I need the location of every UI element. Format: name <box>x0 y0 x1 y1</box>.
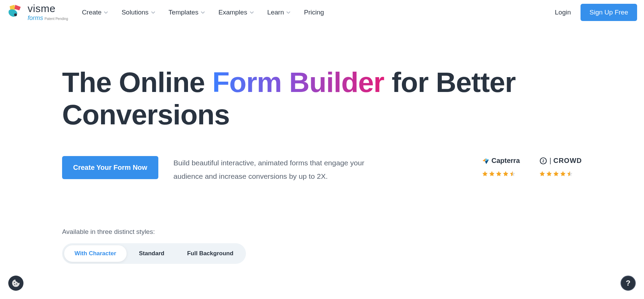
style-tab-with-character[interactable]: With Character <box>64 245 127 262</box>
hero-title-gradient: Form Builder <box>212 66 384 98</box>
nav-label: Templates <box>169 9 199 16</box>
svg-text:2: 2 <box>542 159 544 163</box>
star-icon <box>546 171 552 177</box>
rating-brand-capterra: Capterra <box>482 156 520 166</box>
signup-button[interactable]: Sign Up Free <box>581 4 637 21</box>
logo-word: visme <box>28 3 68 14</box>
hero-row: Create Your Form Now Build beautiful int… <box>62 156 582 184</box>
nav-item-learn[interactable]: Learn <box>267 9 291 16</box>
rating-brand-label: CROWD <box>553 157 582 165</box>
star-icon <box>496 171 502 177</box>
header-right: Login Sign Up Free <box>555 4 637 21</box>
chevron-down-icon <box>151 10 156 15</box>
svg-point-0 <box>14 13 17 16</box>
nav-label: Solutions <box>121 9 148 16</box>
nav-item-templates[interactable]: Templates <box>169 9 206 16</box>
star-icon <box>482 171 488 177</box>
hero-title-pre: The Online <box>62 66 212 98</box>
g2-icon: 2 <box>539 157 547 165</box>
star-icon <box>560 171 566 177</box>
star-half-icon <box>509 171 516 177</box>
stars-capterra <box>482 171 520 177</box>
chevron-down-icon <box>286 10 291 15</box>
nav-item-solutions[interactable]: Solutions <box>121 9 155 16</box>
nav-label: Learn <box>267 9 284 16</box>
nav-label: Pricing <box>304 9 324 16</box>
hero-title: The Online Form Builder for Better Conve… <box>62 66 582 131</box>
styles-label: Available in three distinct styles: <box>62 228 582 236</box>
stars-g2crowd <box>539 171 582 177</box>
star-icon <box>553 171 559 177</box>
logo-mark-icon <box>7 3 26 20</box>
rating-brand-label: Capterra <box>492 157 520 165</box>
nav-item-examples[interactable]: Examples <box>218 9 254 16</box>
star-icon <box>539 171 545 177</box>
star-icon <box>503 171 509 177</box>
rating-brand-g2crowd: 2 | CROWD <box>539 156 582 166</box>
chevron-down-icon <box>249 10 254 15</box>
header: visme forms Patent Pending Create Soluti… <box>0 0 644 25</box>
nav-label: Create <box>82 9 101 16</box>
main-nav: Create Solutions Templates Examples Lear… <box>82 9 324 16</box>
nav-label: Examples <box>218 9 247 16</box>
create-form-button[interactable]: Create Your Form Now <box>62 156 158 179</box>
rating-capterra: Capterra <box>482 156 520 177</box>
hero: The Online Form Builder for Better Conve… <box>0 25 644 183</box>
chevron-down-icon <box>200 10 205 15</box>
logo-text: visme forms Patent Pending <box>28 3 68 22</box>
logo-patent: Patent Pending <box>44 17 68 21</box>
login-link[interactable]: Login <box>555 9 571 16</box>
style-tabs: With Character Standard Full Background <box>62 243 246 264</box>
nav-item-create[interactable]: Create <box>82 9 108 16</box>
capterra-icon <box>482 157 489 165</box>
star-half-icon <box>567 171 573 177</box>
style-tab-standard[interactable]: Standard <box>129 245 175 262</box>
logo[interactable]: visme forms Patent Pending <box>7 3 68 22</box>
hero-description: Build beautiful interactive, animated fo… <box>174 156 367 184</box>
rating-g2crowd: 2 | CROWD <box>539 156 582 177</box>
nav-item-pricing[interactable]: Pricing <box>304 9 324 16</box>
style-tab-full-background[interactable]: Full Background <box>177 245 244 262</box>
ratings: Capterra 2 | CROWD <box>482 156 582 177</box>
styles-section: Available in three distinct styles: With… <box>0 183 644 264</box>
logo-subword: forms <box>28 14 43 22</box>
chevron-down-icon <box>103 10 108 15</box>
star-icon <box>489 171 495 177</box>
